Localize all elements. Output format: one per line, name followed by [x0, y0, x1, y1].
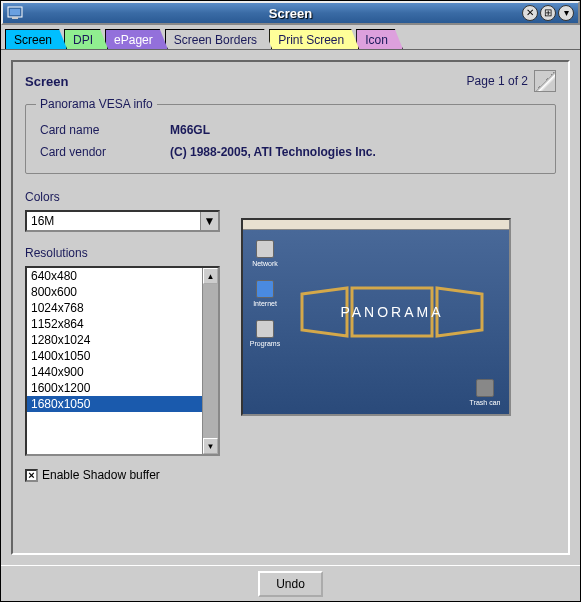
footer: Undo — [1, 565, 580, 601]
content-area: Screen Page 1 of 2 Panorama VESA info Ca… — [1, 50, 580, 565]
tab-dpi[interactable]: DPI — [64, 29, 108, 49]
card-vendor-value: (C) 1988-2005, ATI Technologies Inc. — [170, 145, 376, 159]
resolution-item[interactable]: 1152x864 — [27, 316, 202, 332]
page-text: Page 1 of 2 — [467, 74, 528, 88]
scroll-track[interactable] — [203, 284, 218, 438]
svg-rect-1 — [10, 9, 20, 15]
preview-titlebar — [243, 220, 509, 230]
vesa-info-group: Panorama VESA info Card name M66GL Card … — [25, 104, 556, 174]
resolution-item[interactable]: 1400x1050 — [27, 348, 202, 364]
shadow-buffer-label: Enable Shadow buffer — [42, 468, 160, 482]
page-indicator: Page 1 of 2 — [467, 70, 556, 92]
colors-label: Colors — [25, 190, 225, 204]
resolution-item[interactable]: 1600x1200 — [27, 380, 202, 396]
desktop-preview: Network Internet Programs Trash can — [241, 218, 511, 416]
vesa-legend: Panorama VESA info — [36, 97, 157, 111]
svg-rect-2 — [12, 17, 18, 19]
svg-text:PANORAMA: PANORAMA — [340, 304, 443, 320]
preview-programs-icon: Programs — [249, 320, 281, 347]
maximize-button[interactable]: ⊞ — [540, 5, 556, 21]
scroll-down-button[interactable]: ▼ — [203, 438, 218, 454]
window-frame: Screen ✕ ⊞ ▾ Screen DPI ePager Screen Bo… — [0, 0, 581, 602]
page-fold-icon[interactable] — [534, 70, 556, 92]
colors-dropdown-button[interactable]: ▼ — [200, 212, 218, 230]
window-title: Screen — [269, 6, 312, 21]
scroll-up-button[interactable]: ▲ — [203, 268, 218, 284]
app-icon — [5, 3, 25, 23]
resolutions-label: Resolutions — [25, 246, 225, 260]
shadow-buffer-checkbox[interactable]: × — [25, 469, 38, 482]
resolution-item[interactable]: 1280x1024 — [27, 332, 202, 348]
panel-title: Screen — [25, 74, 68, 89]
resolution-item[interactable]: 1680x1050 — [27, 396, 202, 412]
colors-selected: 16M — [27, 212, 200, 230]
chevron-down-icon: ▼ — [204, 214, 216, 228]
resolution-item[interactable]: 800x600 — [27, 284, 202, 300]
tab-print-screen[interactable]: Print Screen — [269, 29, 359, 49]
resolution-item[interactable]: 640x480 — [27, 268, 202, 284]
tab-epager[interactable]: ePager — [105, 29, 168, 49]
main-panel: Screen Page 1 of 2 Panorama VESA info Ca… — [11, 60, 570, 555]
resolution-item[interactable]: 1440x900 — [27, 364, 202, 380]
card-name-value: M66GL — [170, 123, 210, 137]
tab-screen[interactable]: Screen — [5, 29, 67, 49]
card-name-label: Card name — [40, 123, 170, 137]
preview-internet-icon: Internet — [249, 280, 281, 307]
close-button[interactable]: ✕ — [522, 5, 538, 21]
preview-network-icon: Network — [249, 240, 281, 267]
resolutions-scrollbar[interactable]: ▲ ▼ — [202, 268, 218, 454]
resolutions-listbox[interactable]: 640x480800x6001024x7681152x8641280x10241… — [25, 266, 220, 456]
undo-button[interactable]: Undo — [258, 571, 323, 597]
tab-bar: Screen DPI ePager Screen Borders Print S… — [1, 25, 580, 50]
preview-trash-icon: Trash can — [469, 379, 501, 406]
resolution-item[interactable]: 1024x768 — [27, 300, 202, 316]
card-vendor-label: Card vendor — [40, 145, 170, 159]
tab-icon[interactable]: Icon — [356, 29, 403, 49]
panorama-logo: PANORAMA — [297, 282, 487, 342]
tab-screen-borders[interactable]: Screen Borders — [165, 29, 272, 49]
titlebar[interactable]: Screen ✕ ⊞ ▾ — [1, 1, 580, 25]
colors-combo[interactable]: 16M ▼ — [25, 210, 220, 232]
minimize-button[interactable]: ▾ — [558, 5, 574, 21]
